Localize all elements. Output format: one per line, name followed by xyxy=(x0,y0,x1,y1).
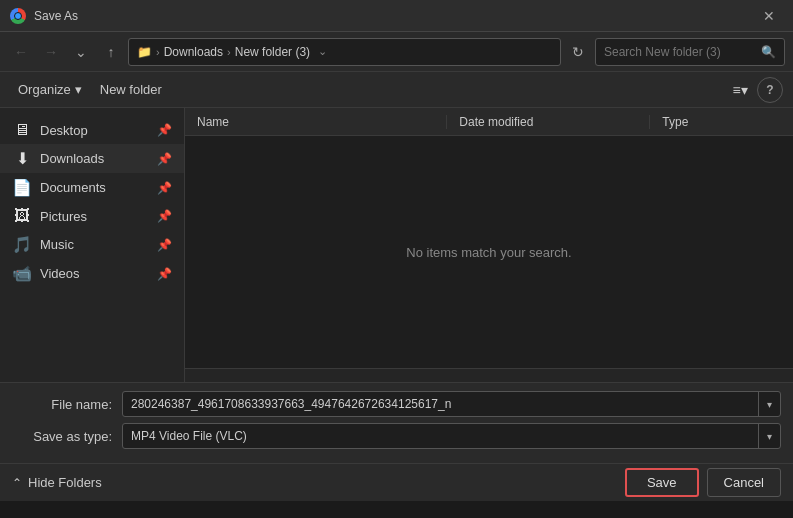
pin-icon: 📌 xyxy=(157,152,172,166)
address-bar[interactable]: 📁 › Downloads › New folder (3) ⌄ xyxy=(128,38,561,66)
sidebar-item-music[interactable]: 🎵 Music 📌 xyxy=(0,230,184,259)
app-icon xyxy=(10,8,26,24)
back-icon: ← xyxy=(14,44,28,60)
cancel-button[interactable]: Cancel xyxy=(707,468,781,497)
footer: ⌃ Hide Folders Save Cancel xyxy=(0,463,793,501)
sidebar-item-pictures[interactable]: 🖼 Pictures 📌 xyxy=(0,202,184,230)
up-icon: ↑ xyxy=(108,44,115,60)
sidebar-item-label: Desktop xyxy=(40,123,149,138)
address-sep-2: › xyxy=(227,46,231,58)
organize-chevron-icon: ▾ xyxy=(75,82,82,97)
pin-icon: 📌 xyxy=(157,181,172,195)
file-list-body: No items match your search. xyxy=(185,136,793,368)
pictures-icon: 🖼 xyxy=(12,207,32,225)
sidebar-item-label: Pictures xyxy=(40,209,149,224)
save-type-label: Save as type: xyxy=(12,429,112,444)
file-name-dropdown-button[interactable]: ▾ xyxy=(758,392,780,416)
sidebar-item-label: Videos xyxy=(40,266,149,281)
view-chevron-icon: ▾ xyxy=(741,82,748,98)
videos-icon: 📹 xyxy=(12,264,32,283)
save-type-dropdown-button[interactable]: ▾ xyxy=(758,424,780,448)
forward-icon: → xyxy=(44,44,58,60)
sidebar: 🖥 Desktop 📌 ⬇ Downloads 📌 📄 Documents 📌 … xyxy=(0,108,185,382)
sidebar-item-documents[interactable]: 📄 Documents 📌 xyxy=(0,173,184,202)
no-items-message: No items match your search. xyxy=(406,245,571,260)
refresh-button[interactable]: ↻ xyxy=(565,39,591,65)
organize-button[interactable]: Organize ▾ xyxy=(10,78,90,101)
hide-folders-icon: ⌃ xyxy=(12,476,22,490)
sidebar-item-videos[interactable]: 📹 Videos 📌 xyxy=(0,259,184,288)
col-type-header: Type xyxy=(650,115,793,129)
file-name-row: File name: ▾ xyxy=(12,391,781,417)
sidebar-item-label: Music xyxy=(40,237,149,252)
footer-buttons: Save Cancel xyxy=(625,468,781,497)
file-name-input[interactable] xyxy=(123,397,758,411)
sidebar-item-label: Documents xyxy=(40,180,149,195)
dialog-title: Save As xyxy=(34,9,78,23)
organize-label: Organize xyxy=(18,82,71,97)
address-chevron-icon: ⌄ xyxy=(318,45,327,58)
help-button[interactable]: ? xyxy=(757,77,783,103)
sidebar-item-downloads[interactable]: ⬇ Downloads 📌 xyxy=(0,144,184,173)
desktop-icon: 🖥 xyxy=(12,121,32,139)
file-name-input-wrapper: ▾ xyxy=(122,391,781,417)
refresh-icon: ↻ xyxy=(572,44,584,60)
pin-icon: 📌 xyxy=(157,238,172,252)
hide-folders-button[interactable]: ⌃ Hide Folders xyxy=(12,475,102,490)
hide-folders-label: Hide Folders xyxy=(28,475,102,490)
horizontal-scrollbar[interactable] xyxy=(185,368,793,382)
save-type-input-wrapper: ▾ xyxy=(122,423,781,449)
title-bar-left: Save As xyxy=(10,8,78,24)
actions-row: Organize ▾ New folder ≡ ▾ ? xyxy=(0,72,793,108)
forward-button[interactable]: → xyxy=(38,39,64,65)
save-type-row: Save as type: ▾ xyxy=(12,423,781,449)
pin-icon: 📌 xyxy=(157,209,172,223)
bottom-form: File name: ▾ Save as type: ▾ xyxy=(0,382,793,463)
pin-icon: 📌 xyxy=(157,123,172,137)
search-icon: 🔍 xyxy=(761,45,776,59)
back-button[interactable]: ← xyxy=(8,39,34,65)
nav-dropdown-button[interactable]: ⌄ xyxy=(68,39,94,65)
main-content: 🖥 Desktop 📌 ⬇ Downloads 📌 📄 Documents 📌 … xyxy=(0,108,793,382)
folder-icon: 📁 xyxy=(137,45,152,59)
view-button[interactable]: ≡ ▾ xyxy=(725,76,755,104)
file-list-header: Name Date modified Type xyxy=(185,108,793,136)
nav-dropdown-icon: ⌄ xyxy=(75,44,87,60)
toolbar: ← → ⌄ ↑ 📁 › Downloads › New folder (3) ⌄… xyxy=(0,32,793,72)
view-icon: ≡ xyxy=(732,82,740,98)
address-segment-downloads: Downloads xyxy=(164,45,223,59)
title-bar: Save As ✕ xyxy=(0,0,793,32)
downloads-icon: ⬇ xyxy=(12,149,32,168)
address-segment-folder: New folder (3) xyxy=(235,45,310,59)
pin-icon: 📌 xyxy=(157,267,172,281)
close-button[interactable]: ✕ xyxy=(755,2,783,30)
up-button[interactable]: ↑ xyxy=(98,39,124,65)
search-bar[interactable]: 🔍 xyxy=(595,38,785,66)
col-date-header: Date modified xyxy=(447,115,650,129)
sidebar-item-desktop[interactable]: 🖥 Desktop 📌 xyxy=(0,116,184,144)
new-folder-button[interactable]: New folder xyxy=(92,78,170,101)
documents-icon: 📄 xyxy=(12,178,32,197)
address-sep-1: › xyxy=(156,46,160,58)
col-name-header: Name xyxy=(185,115,447,129)
save-button[interactable]: Save xyxy=(625,468,699,497)
file-list: Name Date modified Type No items match y… xyxy=(185,108,793,382)
search-input[interactable] xyxy=(604,45,755,59)
music-icon: 🎵 xyxy=(12,235,32,254)
save-type-input[interactable] xyxy=(123,429,758,443)
file-name-label: File name: xyxy=(12,397,112,412)
sidebar-item-label: Downloads xyxy=(40,151,149,166)
